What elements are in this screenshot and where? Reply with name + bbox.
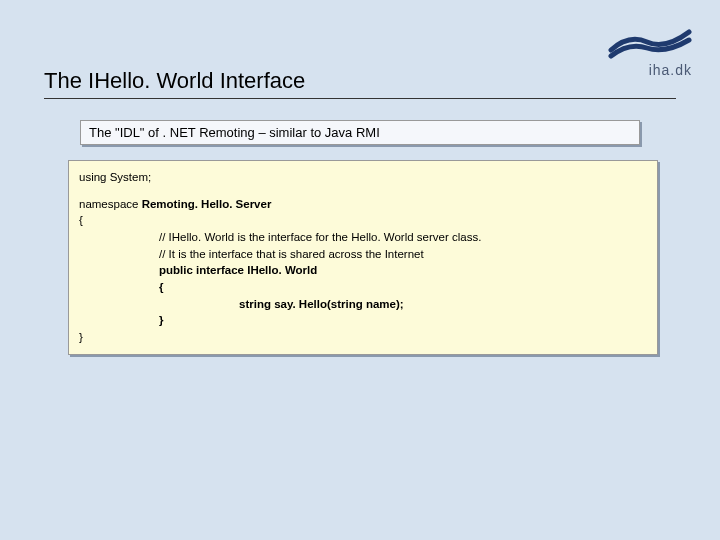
- caption-text: The "IDL" of . NET Remoting – similar to…: [89, 125, 380, 140]
- code-line: public interface IHello. World: [159, 262, 647, 279]
- wave-icon: [607, 28, 692, 60]
- page-title: The IHello. World Interface: [44, 68, 676, 94]
- code-line: // IHello. World is the interface for th…: [159, 229, 647, 246]
- code-line: namespace Remoting. Hello. Server: [79, 196, 647, 213]
- code-line: string say. Hello(string name);: [239, 296, 647, 313]
- code-line: using System;: [79, 169, 647, 186]
- code-line: {: [79, 212, 647, 229]
- code-line: // It is the interface that is shared ac…: [159, 246, 647, 263]
- code-line: }: [79, 329, 647, 346]
- code-text: namespace: [79, 198, 142, 210]
- title-row: The IHello. World Interface: [44, 68, 676, 99]
- caption-box: The "IDL" of . NET Remoting – similar to…: [80, 120, 640, 145]
- code-box: using System; namespace Remoting. Hello.…: [68, 160, 658, 355]
- code-line: }: [159, 312, 647, 329]
- code-line: {: [159, 279, 647, 296]
- code-text: Remoting. Hello. Server: [142, 198, 272, 210]
